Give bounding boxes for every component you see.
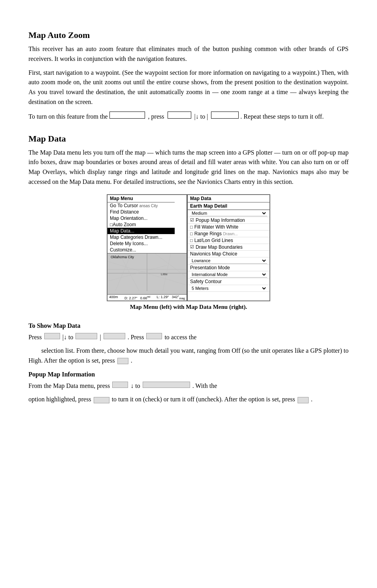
menu-item-goto-cursor: Go To Cursor ansas City [107, 202, 175, 209]
range-rings-item: □ Range Rings Drawn... [188, 231, 270, 237]
inline-instruction-auto-zoom: To turn on this feature from the , press… [28, 111, 349, 123]
popup-map-info-title: Popup Map Information [28, 371, 349, 378]
press-img2 [75, 333, 97, 339]
popup-map-label: Popup Map Information [196, 217, 245, 223]
instruction-prefix: To turn on this feature from the [28, 111, 108, 123]
popup-prefix: From the Map Data menu, press [28, 380, 111, 392]
instruction-middle: , press [147, 111, 166, 123]
popup-line2: option highlighted, press to turn it on … [28, 395, 349, 405]
intl-mode-select-item[interactable]: International Mode [188, 271, 270, 278]
fill-water-label: Fill Water With White [194, 224, 239, 230]
press-img4 [146, 333, 162, 339]
screenshot-caption: Map Menu (left) with Map Data Menu (righ… [130, 304, 247, 310]
instruction-repeat: . Repeat these steps to turn it off. [240, 111, 324, 123]
lowrance-select[interactable]: Lowrance [190, 258, 267, 264]
menu-item-auto-zoom: □Auto Zoom [107, 221, 175, 228]
placeholder-result [211, 112, 239, 119]
navionics-choice-item: Navionics Map Choice [188, 251, 270, 257]
press-period: . Press [126, 331, 146, 344]
menu-item-map-categories: Map Categories Drawn... [107, 234, 175, 240]
safety-contour-label: Safety Contour [190, 279, 222, 284]
range-rings-check: □ [190, 231, 193, 236]
svg-text:Little: Little [161, 272, 168, 276]
svg-line-7 [115, 253, 131, 291]
earth-map-detail-title: Earth Map Detail [188, 202, 270, 210]
paragraph-auto-zoom-2: First, start navigation to a waypoint. (… [28, 68, 349, 107]
menu-item-find-distance: Find Distance [107, 209, 175, 215]
paragraph-map-data-1: The Map Data menu lets you turn off the … [28, 148, 349, 187]
svg-line-5 [155, 253, 187, 277]
screenshot-container: Map Menu Go To Cursor ansas City Find Di… [28, 194, 349, 317]
medium-select[interactable]: Medium [190, 210, 267, 216]
lat-lon-check: □ [190, 238, 193, 243]
lowrance-select-item[interactable]: Lowrance [188, 257, 270, 265]
draw-map-label: Draw Map Boundaries [196, 244, 243, 250]
paragraph-auto-zoom-1: This receiver has an auto zoom feature t… [28, 44, 349, 64]
map-l-value: L: 1.29" 342°mag [157, 295, 185, 300]
lat-lon-label: Lat/Lon Grid Lines [194, 238, 233, 243]
map-menu-panel: Map Menu Go To Cursor ansas City Find Di… [107, 195, 175, 253]
placeholder-feature [109, 112, 145, 119]
popup-line1: From the Map Data menu, press ↓ to . Wit… [28, 380, 349, 392]
svg-line-3 [119, 253, 139, 291]
map-area: Oklahoma City Little [107, 253, 187, 301]
meters-select[interactable]: 5 Meters [190, 285, 267, 291]
popup-map-info-item: ☑ Popup Map Information [188, 217, 270, 224]
press-img1 [44, 333, 60, 339]
presentation-mode-label: Presentation Mode [190, 265, 230, 270]
draw-map-boundaries-item: ☑ Draw Map Boundaries [188, 244, 270, 251]
press-pipe: | [98, 331, 102, 344]
fill-water-check: □ [190, 225, 193, 229]
section-title-auto-zoom: Map Auto Zoom [28, 30, 349, 40]
instruction-pipe: | [205, 111, 209, 123]
to-show-map-data-line1: Press |↓ to | . Press to access the [28, 331, 349, 344]
map-d-value: D: 2.27" 0.66mi [124, 295, 150, 300]
medium-select-item[interactable]: Medium [188, 210, 270, 217]
map-data-panel: Map Data Earth Map Detail Medium ☑ Popup… [187, 195, 270, 301]
to-show-map-data-title: To Show Map Data [28, 322, 349, 329]
popup-map-check: ☑ [190, 217, 194, 223]
map-footer: 400m D: 2.27" 0.66mi L: 1.29" 342°mag [107, 294, 187, 301]
popup-arrow: ↓ to [129, 380, 141, 392]
screenshot-wrapper: Map Menu Go To Cursor ansas City Find Di… [107, 194, 270, 301]
meters-select-item[interactable]: 5 Meters [188, 285, 270, 292]
popup-img4 [298, 397, 309, 403]
popup-with: . With the [191, 380, 217, 392]
press-img5 [117, 358, 128, 364]
to-show-map-data-line2: selection list. From there, choose how m… [28, 346, 349, 366]
instruction-arrow: |↓ to [193, 111, 205, 123]
menu-item-map-data: Map Data... [107, 228, 175, 234]
safety-contour-item: Safety Contour [188, 278, 270, 285]
data-panel-title: Map Data [188, 195, 270, 202]
presentation-mode-item: Presentation Mode [188, 265, 270, 271]
press-img3 [104, 333, 125, 339]
popup-img1 [112, 382, 128, 388]
popup-img3 [94, 397, 109, 403]
section-title-map-data: Map Data [28, 134, 349, 144]
menu-item-map-orientation: Map Orientation... [107, 215, 175, 221]
map-menu-title: Map Menu [107, 195, 175, 202]
range-rings-label: Range Rings Drawn... [194, 231, 238, 236]
press-access: to access the [163, 331, 196, 344]
intl-mode-select[interactable]: International Mode [190, 272, 267, 278]
menu-item-customize: Customize... [107, 247, 175, 253]
map-zoom-label: 400m [109, 295, 118, 300]
press-prefix: Press [28, 331, 43, 344]
lat-lon-item: □ Lat/Lon Grid Lines [188, 237, 270, 244]
popup-img2 [143, 382, 190, 388]
placeholder-press1 [168, 112, 191, 119]
draw-map-check: ☑ [190, 244, 194, 250]
fill-water-item: □ Fill Water With White [188, 224, 270, 231]
press-arrow-down: |↓ to [61, 331, 75, 344]
navionics-choice-label: Navionics Map Choice [190, 251, 237, 257]
menu-item-delete-icons: Delete My Icons... [107, 240, 175, 247]
map-svg: Little [107, 253, 187, 291]
